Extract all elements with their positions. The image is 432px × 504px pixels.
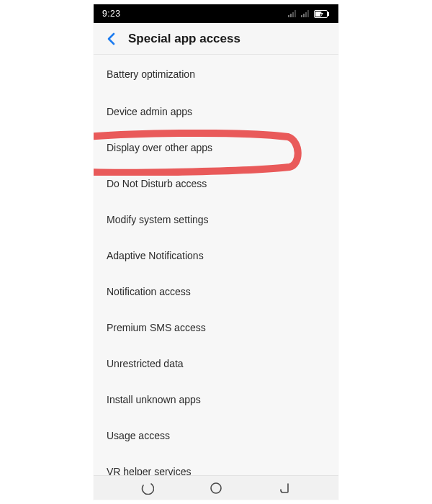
recent-icon	[141, 482, 154, 495]
svg-rect-9	[328, 12, 329, 16]
home-icon	[210, 482, 222, 495]
nav-back-button[interactable]	[270, 480, 299, 496]
nav-recent-button[interactable]	[133, 480, 162, 496]
svg-rect-1	[290, 14, 292, 17]
item-install-unknown[interactable]: Install unknown apps	[94, 382, 338, 418]
item-label: Unrestricted data	[107, 358, 184, 369]
item-label: Battery optimization	[107, 68, 195, 80]
back-icon	[278, 482, 291, 495]
status-indicators	[288, 10, 330, 18]
item-label: Usage access	[107, 430, 170, 441]
signal-icon	[301, 10, 310, 17]
item-label: Adaptive Notifications	[107, 250, 204, 261]
item-label: Do Not Disturb access	[107, 178, 207, 189]
svg-rect-6	[305, 12, 307, 17]
item-label: Notification access	[107, 286, 191, 297]
item-usage-access[interactable]: Usage access	[94, 418, 338, 454]
settings-list: Battery optimization Device admin apps D…	[94, 55, 338, 500]
battery-charging-icon	[314, 10, 330, 18]
item-notification-access[interactable]: Notification access	[94, 274, 338, 310]
app-header: Special app access	[94, 23, 338, 55]
status-time: 9:23	[102, 9, 120, 19]
item-battery-optimization[interactable]: Battery optimization	[94, 55, 338, 94]
item-dnd-access[interactable]: Do Not Disturb access	[94, 166, 338, 202]
item-label: Premium SMS access	[107, 322, 206, 333]
svg-rect-10	[315, 12, 320, 17]
svg-rect-2	[292, 12, 294, 17]
item-display-over-apps[interactable]: Display over other apps	[94, 130, 338, 166]
item-premium-sms[interactable]: Premium SMS access	[94, 310, 338, 346]
nav-home-button[interactable]	[202, 480, 230, 496]
svg-rect-0	[288, 15, 289, 17]
item-label: Device admin apps	[107, 106, 192, 117]
back-button[interactable]	[101, 29, 121, 49]
page-title: Special app access	[128, 32, 240, 46]
svg-rect-4	[301, 15, 302, 17]
signal-icon	[288, 10, 297, 17]
svg-rect-7	[307, 10, 309, 17]
item-unrestricted-data[interactable]: Unrestricted data	[94, 346, 338, 382]
status-bar: 9:23	[94, 4, 338, 23]
item-device-admin-apps[interactable]: Device admin apps	[94, 94, 338, 130]
chevron-left-icon	[106, 32, 116, 45]
item-modify-system[interactable]: Modify system settings	[94, 202, 338, 238]
svg-rect-3	[294, 10, 296, 17]
item-label: Modify system settings	[107, 214, 209, 225]
svg-point-11	[211, 483, 221, 493]
phone-frame: 9:23 Special app access Battery optimiza…	[94, 4, 338, 500]
item-label: Display over other apps	[107, 142, 212, 153]
android-nav-bar	[94, 475, 338, 500]
item-label: Install unknown apps	[107, 394, 201, 405]
svg-rect-5	[303, 14, 305, 17]
item-adaptive-notifications[interactable]: Adaptive Notifications	[94, 238, 338, 274]
